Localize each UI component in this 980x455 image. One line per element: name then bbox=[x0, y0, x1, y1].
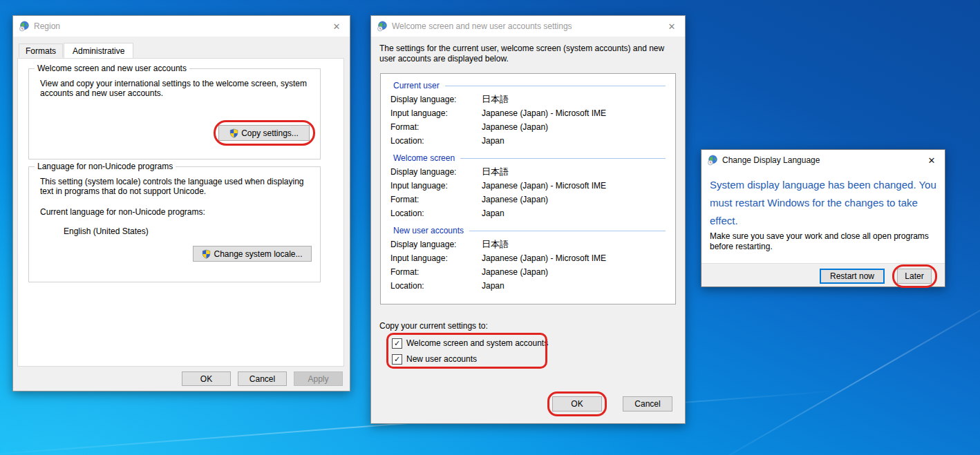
region-tabs: Formats Administrative bbox=[19, 43, 134, 57]
checkbox-checked-icon[interactable]: ✓ bbox=[392, 338, 402, 349]
copy-to-label: Copy your current settings to: bbox=[379, 321, 488, 331]
setting-row: Location:Japan bbox=[390, 279, 675, 293]
setting-row: Display language:日本語 bbox=[390, 165, 675, 179]
region-globe-icon bbox=[707, 155, 718, 166]
non-unicode-description: This setting (system locale) controls th… bbox=[40, 177, 314, 196]
setting-row: Format:Japanese (Japan) bbox=[390, 120, 675, 134]
restart-dialog-close-icon[interactable]: ✕ bbox=[918, 150, 945, 171]
copy-dialog-intro: The settings for the current user, welco… bbox=[379, 43, 678, 64]
restart-now-button[interactable]: Restart now bbox=[820, 269, 885, 284]
setting-row: Location:Japan bbox=[390, 134, 675, 148]
region-titlebar[interactable]: Region ✕ bbox=[13, 16, 350, 37]
region-ok-button[interactable]: OK bbox=[182, 371, 231, 386]
setting-row: Display language:日本語 bbox=[390, 238, 675, 251]
copy-dialog-ok-button[interactable]: OK bbox=[552, 396, 602, 412]
change-system-locale-button[interactable]: Change system locale... bbox=[193, 246, 312, 262]
setting-row: Input language:Japanese (Japan) - Micros… bbox=[390, 179, 675, 193]
section-header-welcome-screen: Welcome screen bbox=[393, 153, 666, 163]
current-language-label: Current language for non-Unicode program… bbox=[40, 207, 205, 217]
copy-dialog-close-icon[interactable]: ✕ bbox=[659, 16, 685, 37]
setting-row: Input language:Japanese (Japan) - Micros… bbox=[390, 106, 675, 120]
change-system-locale-label: Change system locale... bbox=[214, 249, 302, 259]
copy-settings-label: Copy settings... bbox=[241, 128, 299, 138]
tab-administrative[interactable]: Administrative bbox=[64, 43, 133, 58]
settings-summary-panel: Current user Display language:日本語 Input … bbox=[380, 73, 676, 304]
restart-dialog-titlebar[interactable]: Change Display Language ✕ bbox=[701, 150, 945, 171]
tab-formats[interactable]: Formats bbox=[19, 43, 63, 57]
restart-dialog: Change Display Language ✕ System display… bbox=[701, 149, 945, 287]
welcome-accounts-legend: Welcome screen and new user accounts bbox=[35, 64, 189, 73]
setting-row: Display language:日本語 bbox=[390, 93, 675, 106]
restart-main-instruction: System display language has been changed… bbox=[710, 176, 939, 230]
setting-row: Location:Japan bbox=[390, 206, 675, 220]
section-rule bbox=[460, 158, 666, 159]
region-title: Region bbox=[34, 21, 323, 31]
section-header-current-user: Current user bbox=[393, 81, 666, 90]
checkbox-new-user-accounts[interactable]: ✓ New user accounts bbox=[392, 354, 477, 365]
region-globe-icon bbox=[19, 21, 30, 32]
restart-dialog-title: Change Display Language bbox=[722, 155, 918, 165]
welcome-accounts-groupbox: Welcome screen and new user accounts Vie… bbox=[28, 68, 321, 159]
copy-settings-dialog: Welcome screen and new user accounts set… bbox=[370, 15, 686, 424]
checkbox-checked-icon[interactable]: ✓ bbox=[392, 354, 402, 365]
non-unicode-legend: Language for non-Unicode programs bbox=[35, 162, 176, 171]
copy-dialog-titlebar[interactable]: Welcome screen and new user accounts set… bbox=[371, 16, 685, 37]
section-rule bbox=[469, 231, 666, 231]
non-unicode-groupbox: Language for non-Unicode programs This s… bbox=[28, 166, 321, 282]
uac-shield-icon bbox=[229, 128, 238, 138]
setting-row: Format:Japanese (Japan) bbox=[390, 193, 675, 206]
setting-row: Input language:Japanese (Japan) - Micros… bbox=[390, 251, 675, 265]
checkbox-welcome-system-accounts[interactable]: ✓ Welcome screen and system accounts bbox=[392, 338, 548, 349]
region-apply-button[interactable]: Apply bbox=[294, 371, 343, 386]
copy-dialog-title: Welcome screen and new user accounts set… bbox=[392, 21, 659, 31]
region-cancel-button[interactable]: Cancel bbox=[238, 371, 287, 386]
setting-row: Format:Japanese (Japan) bbox=[390, 265, 675, 279]
later-button[interactable]: Later bbox=[897, 269, 932, 284]
section-header-new-user-accounts: New user accounts bbox=[393, 226, 666, 235]
copy-dialog-cancel-button[interactable]: Cancel bbox=[623, 396, 672, 412]
region-dialog: Region ✕ Formats Administrative Welcome … bbox=[12, 15, 350, 391]
uac-shield-icon bbox=[202, 249, 211, 259]
copy-settings-button[interactable]: Copy settings... bbox=[218, 125, 310, 141]
region-close-icon[interactable]: ✕ bbox=[323, 16, 350, 37]
restart-secondary-text: Make sure you save your work and close a… bbox=[710, 231, 935, 252]
current-language-value: English (United States) bbox=[64, 226, 149, 236]
section-rule bbox=[445, 86, 666, 86]
welcome-accounts-description: View and copy your international setting… bbox=[40, 79, 314, 98]
region-globe-icon bbox=[377, 21, 388, 32]
